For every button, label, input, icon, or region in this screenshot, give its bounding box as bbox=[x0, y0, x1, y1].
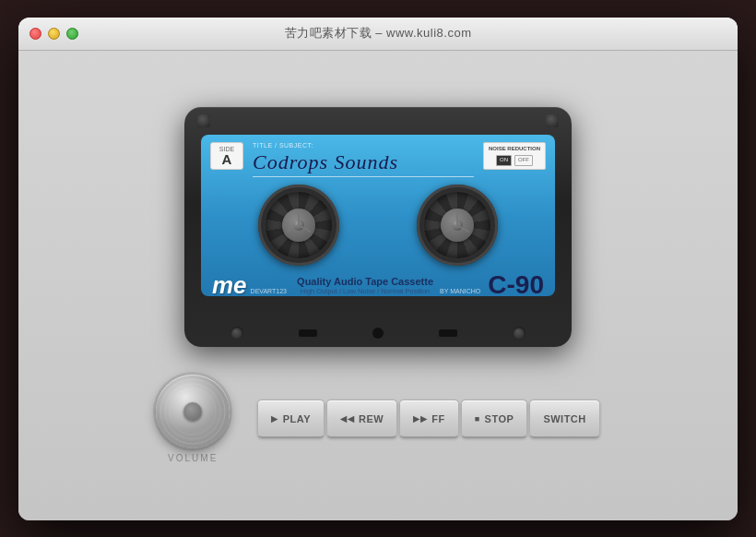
reels-area bbox=[210, 185, 546, 266]
stop-label: STOP bbox=[485, 413, 514, 424]
by-manicho: BY MANICHO bbox=[440, 288, 480, 294]
stop-button[interactable]: ■ STOP bbox=[461, 400, 528, 438]
green-traffic-light[interactable] bbox=[66, 28, 78, 40]
bottom-right-screw bbox=[513, 327, 526, 340]
cassette: SIDE A TITLE / SUBJECT: Codrops Sounds N… bbox=[184, 107, 572, 347]
volume-knob[interactable] bbox=[156, 375, 230, 448]
cassette-container: SIDE A TITLE / SUBJECT: Codrops Sounds N… bbox=[184, 107, 572, 347]
top-right-screw bbox=[546, 114, 559, 127]
left-reel-spokes bbox=[286, 212, 312, 238]
yellow-traffic-light[interactable] bbox=[48, 28, 60, 40]
top-left-screw bbox=[197, 114, 210, 127]
bottom-slot-left bbox=[299, 329, 317, 337]
noise-reduction-label: NOISE REDUCTION bbox=[489, 146, 540, 153]
titlebar: 苦力吧素材下载 – www.kuli8.com bbox=[18, 18, 738, 51]
side-letter: A bbox=[217, 152, 237, 166]
buttons-section: ▶ PLAY ◀◀ REW ▶▶ FF ■ STOP SWITCH bbox=[257, 400, 600, 438]
volume-label: VOLUME bbox=[168, 453, 218, 463]
noise-reduction-options: ON OFF bbox=[489, 155, 540, 166]
volume-section: VOLUME bbox=[156, 375, 230, 463]
title-subject-label: TITLE / SUBJECT: bbox=[253, 142, 474, 149]
rew-button[interactable]: ◀◀ REW bbox=[326, 400, 397, 438]
rew-icon: ◀◀ bbox=[340, 414, 354, 424]
cassette-title: Codrops Sounds bbox=[253, 150, 398, 173]
play-label: PLAY bbox=[283, 413, 311, 424]
label-top: SIDE A TITLE / SUBJECT: Codrops Sounds N… bbox=[210, 142, 546, 177]
right-reel-hub bbox=[441, 209, 474, 242]
stop-icon: ■ bbox=[475, 414, 480, 424]
right-reel bbox=[417, 185, 498, 266]
ff-button[interactable]: ▶▶ FF bbox=[399, 400, 458, 438]
switch-button[interactable]: SWITCH bbox=[529, 400, 599, 438]
controls-area: VOLUME ▶ PLAY ◀◀ REW ▶▶ FF ■ STOP bbox=[156, 375, 600, 463]
left-reel-hub bbox=[282, 209, 315, 242]
ff-icon: ▶▶ bbox=[413, 414, 427, 424]
brand-me: me bbox=[212, 271, 247, 297]
bottom-center-slot bbox=[372, 328, 384, 339]
devart-label: DEVART123 bbox=[251, 288, 287, 294]
bottom-left-screw bbox=[230, 327, 243, 340]
svg-line-2 bbox=[288, 225, 299, 232]
play-button[interactable]: ▶ PLAY bbox=[257, 400, 325, 438]
svg-line-1 bbox=[299, 225, 310, 232]
tape-model: C-90 bbox=[488, 270, 544, 296]
noise-on: ON bbox=[496, 155, 512, 166]
right-reel-spokes bbox=[444, 212, 470, 238]
bottom-slot-right bbox=[439, 329, 457, 337]
tape-quality-line1: Quality Audio Tape Cassette bbox=[297, 276, 433, 287]
side-badge: SIDE A bbox=[210, 142, 243, 170]
svg-line-5 bbox=[446, 225, 457, 232]
main-content: SIDE A TITLE / SUBJECT: Codrops Sounds N… bbox=[18, 51, 738, 520]
app-window: 苦力吧素材下载 – www.kuli8.com SIDE A bbox=[18, 18, 738, 520]
traffic-lights bbox=[30, 28, 78, 40]
noise-reduction: NOISE REDUCTION ON OFF bbox=[483, 142, 546, 170]
cassette-label: SIDE A TITLE / SUBJECT: Codrops Sounds N… bbox=[201, 135, 555, 296]
window-title: 苦力吧素材下载 – www.kuli8.com bbox=[285, 25, 472, 42]
play-icon: ▶ bbox=[271, 414, 278, 424]
noise-off: OFF bbox=[514, 155, 533, 166]
svg-line-4 bbox=[457, 225, 468, 232]
switch-label: SWITCH bbox=[543, 413, 585, 424]
tape-info: Quality Audio Tape Cassette High Output … bbox=[297, 276, 433, 295]
left-reel bbox=[258, 185, 339, 266]
tape-quality-line2: High Output / Low Noise / Normal Positio… bbox=[297, 287, 433, 295]
cassette-bottom bbox=[184, 327, 572, 340]
title-section: TITLE / SUBJECT: Codrops Sounds bbox=[253, 142, 474, 177]
cassette-title-line: Codrops Sounds bbox=[253, 150, 474, 177]
label-bottom: me DEVART123 Quality Audio Tape Cassette… bbox=[210, 270, 546, 296]
red-traffic-light[interactable] bbox=[30, 28, 41, 40]
rew-label: REW bbox=[359, 413, 384, 424]
ff-label: FF bbox=[431, 413, 444, 424]
